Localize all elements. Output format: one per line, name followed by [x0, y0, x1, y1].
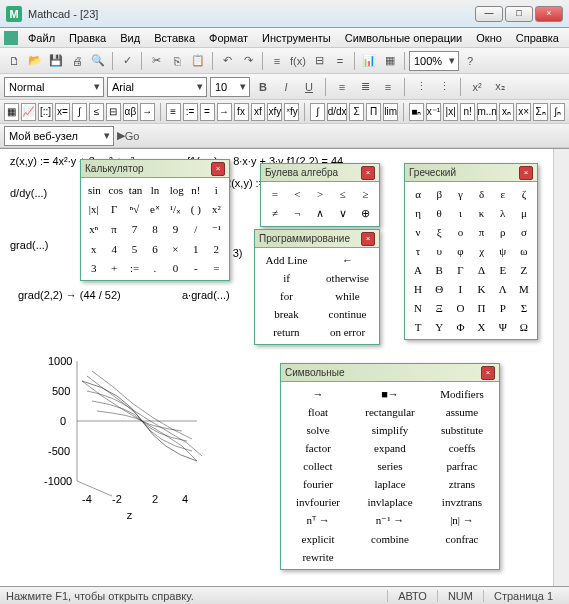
palette-cell[interactable]: eˣ — [145, 200, 164, 219]
palette-cell[interactable]: simplify — [356, 421, 424, 439]
palette-cell[interactable] — [428, 548, 496, 566]
palette-cell[interactable]: 3 — [84, 259, 103, 277]
maximize-button[interactable]: □ — [505, 6, 533, 22]
copy-icon[interactable]: ⎘ — [167, 51, 187, 71]
align-center-icon[interactable]: ≣ — [355, 77, 375, 97]
palette-cell[interactable]: σ — [514, 223, 534, 241]
palette-cell[interactable]: ν — [408, 223, 428, 241]
palette-cell[interactable]: Λ — [493, 280, 513, 298]
underline-icon[interactable]: U — [299, 77, 319, 97]
palette-cell[interactable]: θ — [429, 204, 449, 222]
palette-cell[interactable]: . — [145, 259, 164, 277]
mt2[interactable]: := — [183, 103, 198, 121]
formula-grad2[interactable]: grad(2,2) → (44 / 52) — [18, 289, 121, 301]
palette-cell[interactable]: cos — [104, 181, 123, 199]
menu-insert[interactable]: Вставка — [148, 30, 201, 46]
mt3[interactable]: = — [200, 103, 215, 121]
palette-cell[interactable]: while — [319, 287, 376, 305]
sup-icon[interactable]: x² — [467, 77, 487, 97]
palette-cell[interactable]: 9 — [166, 220, 185, 239]
chart-icon[interactable]: 📊 — [359, 51, 379, 71]
palette-cell[interactable]: parfrac — [428, 457, 496, 475]
palette-cell[interactable]: if — [258, 269, 315, 287]
palette-cell[interactable]: n⁻¹ → — [356, 511, 424, 530]
palette-cell[interactable]: Φ — [450, 318, 470, 336]
palette-cell[interactable]: Κ — [471, 280, 491, 298]
mt13[interactable]: lim — [383, 103, 398, 121]
symbolic-palette[interactable]: Символьные× →■→Modifiersfloatrectangular… — [280, 363, 500, 570]
bold-icon[interactable]: B — [253, 77, 273, 97]
palette-cell[interactable]: Ο — [450, 299, 470, 317]
close-icon[interactable]: × — [211, 162, 225, 176]
palette-cell[interactable]: tan — [125, 181, 144, 199]
numbers-icon[interactable]: ⋮ — [434, 77, 454, 97]
calculator-palette[interactable]: Калькулятор× sincostanlnlogn!i|x|Γⁿ√eˣ¹/… — [80, 159, 230, 281]
palette-cell[interactable]: 1 — [186, 240, 205, 258]
palette-cell[interactable]: := — [125, 259, 144, 277]
palette-cell[interactable]: Add Line — [258, 251, 315, 269]
palette-cell[interactable]: ζ — [514, 185, 534, 203]
palette-cell[interactable]: invlaplace — [356, 493, 424, 511]
go-button[interactable]: ▶ Go — [118, 126, 138, 146]
palette-cell[interactable]: |n| → — [428, 511, 496, 530]
palette-cell[interactable]: rectangular — [356, 403, 424, 421]
palette-cell[interactable]: η — [408, 204, 428, 222]
palette-cell[interactable]: Ξ — [429, 299, 449, 317]
mt20[interactable]: x× — [516, 103, 531, 121]
palette-cell[interactable]: ε — [493, 185, 513, 203]
palette-cell[interactable]: combine — [356, 530, 424, 548]
palette-cell[interactable]: λ — [493, 204, 513, 222]
palette-cell[interactable]: ρ — [493, 223, 513, 241]
calcop-palette-icon[interactable]: ∫ — [72, 103, 87, 121]
palette-cell[interactable]: γ — [450, 185, 470, 203]
palette-cell[interactable]: invztrans — [428, 493, 496, 511]
palette-cell[interactable]: ln — [145, 181, 164, 199]
palette-cell[interactable]: μ — [514, 204, 534, 222]
mt5[interactable]: fx — [234, 103, 249, 121]
palette-cell[interactable]: χ — [471, 242, 491, 260]
menu-help[interactable]: Справка — [510, 30, 565, 46]
palette-cell[interactable]: Ν — [408, 299, 428, 317]
palette-cell[interactable]: Α — [408, 261, 428, 279]
palette-cell[interactable]: x — [84, 240, 103, 258]
palette-cell[interactable]: Υ — [429, 318, 449, 336]
palette-cell[interactable]: υ — [429, 242, 449, 260]
palette-cell[interactable]: Π — [471, 299, 491, 317]
palette-cell[interactable]: α — [408, 185, 428, 203]
palette-cell[interactable]: 7 — [125, 220, 144, 239]
menu-symbolic[interactable]: Символьные операции — [339, 30, 469, 46]
calc-palette-icon[interactable]: ▦ — [4, 103, 19, 121]
palette-cell[interactable]: Γ — [104, 200, 123, 219]
palette-cell[interactable]: 0 — [166, 259, 185, 277]
redo-icon[interactable]: ↷ — [238, 51, 258, 71]
palette-cell[interactable]: ( ) — [186, 200, 205, 219]
palette-cell[interactable]: π — [104, 220, 123, 239]
menu-tools[interactable]: Инструменты — [256, 30, 337, 46]
palette-cell[interactable]: / — [186, 220, 205, 239]
programming-palette[interactable]: Программирование× Add Line←ifotherwisefo… — [254, 229, 380, 345]
mt15[interactable]: x⁻¹ — [426, 103, 441, 121]
mt12[interactable]: Π — [366, 103, 381, 121]
close-icon[interactable]: × — [361, 166, 375, 180]
close-icon[interactable]: × — [519, 166, 533, 180]
palette-cell[interactable]: Ρ — [493, 299, 513, 317]
size-combo[interactable]: 10 — [210, 77, 250, 97]
palette-cell[interactable]: for — [258, 287, 315, 305]
palette-cell[interactable]: |x| — [84, 200, 103, 219]
palette-cell[interactable]: ≠ — [264, 204, 286, 223]
palette-cell[interactable]: ⁿ√ — [125, 200, 144, 219]
palette-cell[interactable]: φ — [450, 242, 470, 260]
greek-palette[interactable]: Греческий× αβγδεζηθικλμνξοπρστυφχψωΑΒΓΔΕ… — [404, 163, 538, 340]
formula-diff[interactable]: d/dy(...) — [10, 187, 47, 199]
palette-cell[interactable]: Τ — [408, 318, 428, 336]
style-combo[interactable]: Normal — [4, 77, 104, 97]
sym-palette-icon[interactable]: → — [140, 103, 155, 121]
palette-cell[interactable]: ⁻¹ — [207, 220, 226, 239]
mt19[interactable]: xₙ — [499, 103, 514, 121]
palette-cell[interactable]: ■→ — [356, 385, 424, 403]
palette-cell[interactable]: τ — [408, 242, 428, 260]
table-icon[interactable]: ▦ — [380, 51, 400, 71]
palette-cell[interactable]: float — [284, 403, 352, 421]
palette-cell[interactable]: Modifiers — [428, 385, 496, 403]
save-icon[interactable]: 💾 — [46, 51, 66, 71]
